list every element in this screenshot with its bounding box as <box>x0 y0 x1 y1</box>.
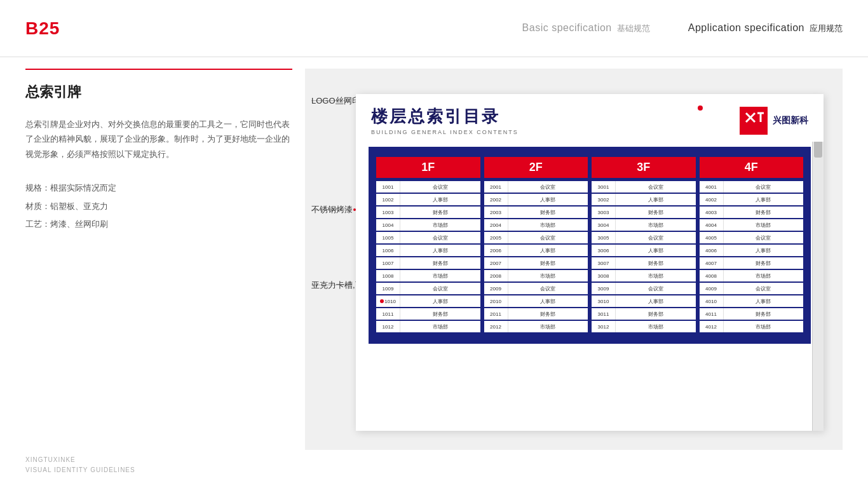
room-row: 3002人事部 <box>592 194 696 205</box>
room-number: 3012 <box>592 321 616 332</box>
room-row: 1002人事部 <box>376 194 480 205</box>
room-row: 1011财务部 <box>376 308 480 320</box>
room-name: 市场部 <box>508 270 588 281</box>
room-name: 市场部 <box>508 321 588 332</box>
room-row: 4008市场部 <box>700 270 804 281</box>
room-row: 3011财务部 <box>592 308 696 320</box>
left-panel: 总索引牌 总索引牌是企业对内、对外交换信息的最重要的工具之一，它同时也代表了企业… <box>25 83 292 234</box>
room-row: 2001会议室 <box>484 181 588 193</box>
room-name: 人事部 <box>400 194 480 205</box>
room-row: 2010人事部 <box>484 295 588 307</box>
floor-col-2F: 2F2001会议室2002人事部2003财务部2004市场部2005会议室200… <box>484 157 588 334</box>
annotation-steel-label: 不锈钢烤漆 <box>311 204 353 215</box>
room-number: 3003 <box>592 207 616 218</box>
room-row: 4010人事部 <box>700 295 804 307</box>
room-name: 财务部 <box>400 207 480 218</box>
nav-application[interactable]: Application specification 应用规范 <box>688 22 843 34</box>
room-number: 3005 <box>592 232 616 243</box>
room-row: 1008市场部 <box>376 270 480 281</box>
room-number: 2001 <box>484 181 508 193</box>
room-row: 2006人事部 <box>484 245 588 256</box>
room-row: 4012市场部 <box>700 321 804 332</box>
room-name: 人事部 <box>616 194 696 205</box>
room-row: 4002人事部 <box>700 194 804 205</box>
floor-col-4F: 4F4001会议室4002人事部4003财务部4004市场部4005会议室400… <box>700 157 804 334</box>
room-number: 4010 <box>700 295 724 307</box>
blue-board: 1F1001会议室1002人事部1003财务部1004市场部1005会议室100… <box>369 147 811 344</box>
room-name: 市场部 <box>724 270 804 281</box>
page-code: B25 <box>25 18 60 39</box>
room-number: 3007 <box>592 257 616 269</box>
floor-header-1F: 1F <box>376 157 480 178</box>
room-number: 2004 <box>484 219 508 231</box>
room-number: 2009 <box>484 283 508 294</box>
room-row: 3006人事部 <box>592 245 696 256</box>
room-number: 1010 <box>376 295 400 307</box>
room-number: 4002 <box>700 194 724 205</box>
room-name: 财务部 <box>616 257 696 269</box>
room-name: 市场部 <box>400 270 480 281</box>
room-number: 2008 <box>484 270 508 281</box>
section-description: 总索引牌是企业对内、对外交换信息的最重要的工具之一，它同时也代表了企业的精神风貌… <box>25 117 292 161</box>
room-number: 3006 <box>592 245 616 256</box>
room-number: 1002 <box>376 194 400 205</box>
room-row: 4001会议室 <box>700 181 804 193</box>
room-row: 1007财务部 <box>376 257 480 269</box>
floor-col-1F: 1F1001会议室1002人事部1003财务部1004市场部1005会议室100… <box>376 157 480 334</box>
section-title: 总索引牌 <box>25 83 292 102</box>
top-bar: B25 Basic specification 基础规范 Application… <box>0 0 868 57</box>
room-number: 2010 <box>484 295 508 307</box>
room-number: 3008 <box>592 270 616 281</box>
room-row: 3010人事部 <box>592 295 696 307</box>
room-number: 2002 <box>484 194 508 205</box>
room-row: 1001会议室 <box>376 181 480 193</box>
room-name: 会议室 <box>724 181 804 193</box>
room-row: 2008市场部 <box>484 270 588 281</box>
room-number: 1006 <box>376 245 400 256</box>
room-row: 2012市场部 <box>484 321 588 332</box>
room-name: 会议室 <box>400 283 480 294</box>
room-number: 4009 <box>700 283 724 294</box>
room-row: 1004市场部 <box>376 219 480 231</box>
room-number: 4003 <box>700 207 724 218</box>
room-number: 3009 <box>592 283 616 294</box>
signage-board: 楼层总索引目录 BUILDING GENERAL INDEX CONTENTS <box>356 94 824 431</box>
spec-item-process: 工艺：烤漆、丝网印刷 <box>25 215 292 234</box>
floor-rows-1F: 1001会议室1002人事部1003财务部1004市场部1005会议室1006人… <box>376 181 480 332</box>
floor-header-2F: 2F <box>484 157 588 178</box>
room-name: 人事部 <box>724 245 804 256</box>
sign-header: 楼层总索引目录 BUILDING GENERAL INDEX CONTENTS <box>356 94 824 142</box>
room-number: 2007 <box>484 257 508 269</box>
room-number: 4005 <box>700 232 724 243</box>
room-number: 4001 <box>700 181 724 193</box>
room-name: 财务部 <box>508 207 588 218</box>
room-row: 2007财务部 <box>484 257 588 269</box>
room-row: 1009会议室 <box>376 283 480 294</box>
annotation-acrylic: 亚克力卡槽,可更换办公室名称 <box>311 285 349 285</box>
room-row: 1010人事部 <box>376 295 480 307</box>
room-name: 会议室 <box>508 181 588 193</box>
room-row: 1003财务部 <box>376 207 480 218</box>
scrollbar[interactable] <box>812 94 824 431</box>
room-number: 2012 <box>484 321 508 332</box>
room-row: 1005会议室 <box>376 232 480 243</box>
room-name: 人事部 <box>400 295 480 307</box>
room-name: 市场部 <box>724 219 804 231</box>
nav-basic-cn: 基础规范 <box>617 23 650 34</box>
room-number: 2011 <box>484 308 508 320</box>
room-name: 市场部 <box>616 270 696 281</box>
room-number: 4004 <box>700 219 724 231</box>
room-name: 财务部 <box>508 257 588 269</box>
nav-basic-en: Basic specification <box>522 22 612 34</box>
room-row: 2002人事部 <box>484 194 588 205</box>
room-name: 财务部 <box>400 257 480 269</box>
floor-col-3F: 3F3001会议室3002人事部3003财务部3004市场部3005会议室300… <box>592 157 696 334</box>
room-row: 3003财务部 <box>592 207 696 218</box>
red-dot-accent <box>698 105 703 111</box>
nav-basic[interactable]: Basic specification 基础规范 <box>522 22 650 34</box>
floor-header-4F: 4F <box>700 157 804 178</box>
room-row: 3005会议室 <box>592 232 696 243</box>
room-name: 人事部 <box>616 295 696 307</box>
room-name: 会议室 <box>508 283 588 294</box>
room-row: 3007财务部 <box>592 257 696 269</box>
